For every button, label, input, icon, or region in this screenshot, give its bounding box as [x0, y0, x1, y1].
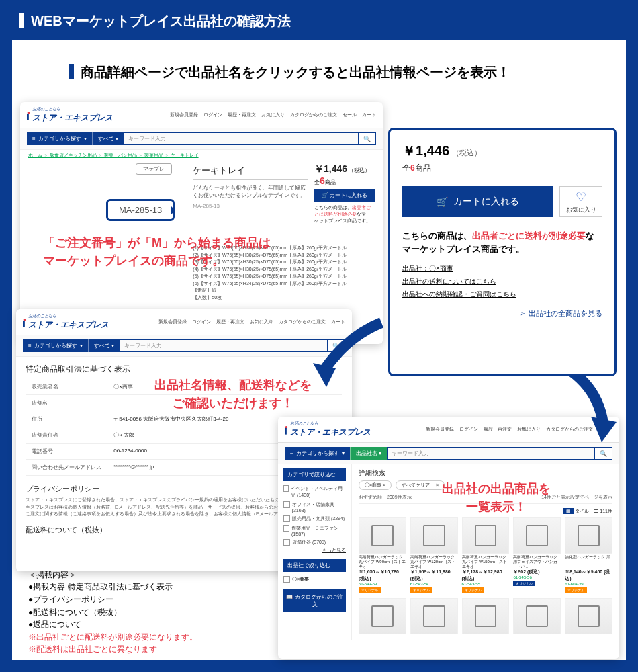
search-scope-seller[interactable]: 出品社名 ▾	[350, 447, 387, 460]
link-signup[interactable]: 新規会員登録	[170, 112, 198, 118]
category-button[interactable]: ≡ カテゴリから探す ▾	[23, 339, 88, 352]
header-title: WEBマーケットプレイス出品社の確認方法	[31, 13, 291, 28]
seller-name-link[interactable]: 出品社：〇×商事	[402, 265, 453, 272]
filter-check[interactable]: 作業用品・ミニファン (1587)	[283, 523, 346, 538]
view-tile-icon[interactable]: ▦	[563, 508, 574, 514]
filter-tag[interactable]: 〇×商事 ×	[359, 480, 392, 490]
product-card[interactable]: 高耐荷重ハンガーラック丸パイプ W90cm（ストエキオ￥1,650～￥10,78…	[359, 517, 406, 593]
seller-all-products-link[interactable]: ＞ 出品社の全商品を見る	[402, 308, 602, 319]
zoom-add-to-cart-button[interactable]: 🛒カートに入れる	[402, 186, 553, 217]
seller-inquiry-link[interactable]: 出品社への納期確認・ご質問はこちら	[402, 290, 516, 298]
product-card[interactable]: 強化型ハンガーラック 黒￥8,140～￥9,460 (税込)61-604-39オ…	[565, 517, 612, 593]
order-code-bubble: MA-285-13	[106, 199, 175, 221]
callout-seller-info: 出品社名情報、配送料などを ご確認いただけます！	[154, 376, 312, 413]
page-header: WEBマーケットプレイス出品社の確認方法	[0, 0, 638, 40]
add-to-cart-button[interactable]: 🛒 カートに入れる	[314, 189, 375, 202]
search-input[interactable]: キーワード入力	[124, 132, 359, 145]
filter-more-link[interactable]: もっと見る	[283, 547, 346, 554]
sub-header: 商品詳細ページで出品社名をクリックすると出品社情報ページを表示！	[69, 63, 610, 81]
seller-filter-check[interactable]: 〇×商事	[283, 575, 346, 584]
zoom-count: 全6商品	[402, 163, 602, 174]
search-icon[interactable]: 🔍	[359, 132, 376, 145]
footer-notes: ＜掲載内容＞ ●掲載内容 特定商品取引法に基づく表示 ●プライバシーポリシー ●…	[28, 569, 197, 656]
category-button[interactable]: ≡ カテゴリから探す ▾	[285, 447, 350, 460]
product-title: ケーキトレイ	[193, 165, 308, 180]
marketplace-note-mini: こちらの商品は、出品者ごとに送料が別途必要なマーケットプレイス商品です。	[314, 204, 375, 224]
arrow-icon	[308, 316, 388, 396]
heart-icon: ♡	[576, 190, 586, 204]
catalog-order-button[interactable]: 📖 カタログからのご注文	[283, 589, 346, 612]
svg-marker-1	[591, 417, 617, 442]
callout-order-number: 「ご注文番号」が「M」から始まる商品は マーケットプレイスの商品です。	[43, 234, 271, 270]
header-bar-icon	[19, 13, 24, 28]
subheader-bar-icon	[69, 64, 74, 79]
marketplace-pill: マケプレ	[136, 163, 172, 175]
zoom-price: ￥1,446	[402, 143, 449, 158]
product-code: MA-285-13	[193, 203, 308, 209]
filter-check[interactable]: イベント・ノベルティ用品 (1430)	[283, 484, 346, 500]
sort-info: おすすめ順 2009件表示	[359, 494, 412, 501]
zoom-favorite-button[interactable]: ♡お気に入り	[559, 186, 602, 217]
zoom-price-panel: ￥1,446（税込） 全6商品 🛒カートに入れる ♡お気に入り こちらの商品は、…	[388, 128, 617, 376]
store-logo: ●▌お店のことならストア・エキスプレス	[27, 106, 113, 124]
price: ￥1,446	[314, 163, 347, 174]
breadcrumb[interactable]: ホーム ＞ 飲食店／キッチン用品 ＞ 製菓・パン用品 ＞ 製菓用品 ＞ ケーキト…	[20, 150, 383, 161]
sub-header-text: 商品詳細ページで出品社名をクリックすると出品社情報ページを表示！	[81, 65, 510, 79]
product-card[interactable]: 高耐荷重ハンガーラック丸パイプ W150cm（ストエキオ￥2,178～￥12,9…	[462, 517, 510, 593]
link-history[interactable]: 履歴・再注文	[228, 112, 256, 118]
zoom-marketplace-note: こちらの商品は、出品者ごとに送料が別途必要なマーケットプレイス商品です。	[402, 229, 602, 255]
filter-sidebar: カテゴリで絞り込む イベント・ノベルティ用品 (1430) オフィス・店舗家具 …	[278, 464, 352, 640]
logo-mark-icon: ●▌	[27, 111, 31, 119]
filter-check[interactable]: オフィス・店舗家具 (3168)	[283, 500, 346, 514]
link-cart[interactable]: カート	[362, 112, 376, 118]
store-logo: ●▌お店のことならストア・エキスプレス	[23, 313, 109, 331]
zoom-seller-links: 出品社：〇×商事 出品社の送料についてはこちら 出品社への納期確認・ご質問はこち…	[402, 262, 602, 300]
product-card[interactable]: 高耐荷重ハンガーラック用フェイスアウトハンガー（ハ…￥902 (税込)61-54…	[513, 517, 561, 593]
clear-filters[interactable]: すべてクリアー ×	[396, 480, 445, 490]
product-desc: どんなケーキとも相性が良く、年間通して幅広くお使いいただけるシンプルなデザインで…	[193, 184, 308, 199]
shot1-topbar: ●▌お店のことならストア・エキスプレス 新規会員登録 ログイン 履歴・再注文 お…	[20, 102, 383, 128]
page-info: 14件ごと表示設定でページを表示	[541, 494, 612, 501]
callout-seller-products: 出品社の出品商品を 一覧表示！	[442, 480, 551, 516]
cart-icon: 🛒	[437, 196, 448, 207]
search-bar: ≡ カテゴリから探す ▾ すべて ▾ キーワード入力 🔍	[20, 128, 383, 150]
link-fav[interactable]: お気に入り	[261, 112, 285, 118]
list-title: 詳細検索	[359, 468, 612, 478]
category-button[interactable]: ≡ カテゴリから探す ▾	[27, 132, 92, 145]
filter-check[interactable]: 販売用品・文具類 (3294)	[283, 514, 346, 523]
screenshot-product-list: ●▌お店のことならストア・エキスプレス 新規会員登録ログイン履歴・再注文お気に入…	[278, 417, 619, 659]
main-panel: 商品詳細ページで出品社名をクリックすると出品社情報ページを表示！ ●▌お店のこと…	[12, 40, 626, 660]
product-grid: 高耐荷重ハンガーラック丸パイプ W90cm（ストエキオ￥1,650～￥10,78…	[359, 517, 612, 593]
logo-text: ストア・エキスプレス	[32, 113, 113, 122]
product-card[interactable]: 高耐荷重ハンガーラック丸パイプ W120cm（ストエキオ￥1,969～￥11,8…	[410, 517, 458, 593]
seller-shipping-link[interactable]: 出品社の送料についてはこちら	[402, 278, 496, 285]
search-scope[interactable]: すべて ▾	[92, 132, 124, 145]
store-logo: ●▌お店のことならストア・エキスプレス	[285, 421, 371, 438]
screenshot-product-page: ●▌お店のことならストア・エキスプレス 新規会員登録 ログイン 履歴・再注文 お…	[20, 102, 383, 344]
link-login[interactable]: ログイン	[203, 112, 222, 118]
filter-check[interactable]: 店舗什器 (3709)	[283, 538, 346, 547]
link-sale[interactable]: セール	[343, 112, 357, 118]
link-catalog-order[interactable]: カタログからのご注文	[290, 112, 337, 118]
top-links: 新規会員登録 ログイン 履歴・再注文 お気に入り カタログからのご注文 セール …	[170, 112, 376, 118]
view-list-icon[interactable]: ☰	[594, 509, 598, 513]
product-thumb	[359, 517, 406, 554]
